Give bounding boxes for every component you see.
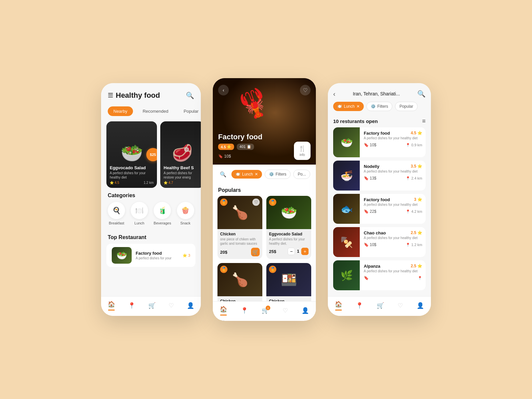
p3-nav-profile[interactable]: 👤: [417, 302, 424, 309]
restaurant-2-body: Factory food 3⭐ A perfect dishes for you…: [364, 194, 426, 224]
medal-icon-3: 🏅: [269, 266, 276, 273]
restaurant-count: 10 resturants open: [333, 118, 378, 124]
nav-home[interactable]: 🏠: [108, 301, 115, 311]
restaurant-2-image: 🐟: [333, 194, 360, 224]
snack-icon: 🍿: [177, 202, 194, 219]
p3-nav-home[interactable]: 🏠: [335, 301, 342, 311]
food-card-0[interactable]: 🥗 Eggvocado Salad A perfect dishes for y…: [106, 121, 157, 188]
p2-nav-home[interactable]: 🏠: [220, 306, 227, 316]
phone3-bottom-nav: 🏠 📍 🛒 ♡ 👤: [328, 296, 431, 316]
phone-1: ☰ Healthy food 🔍 Nearby Recomended Popul…: [101, 83, 201, 316]
restaurant-4-image: 🌿: [333, 260, 360, 290]
p3-close-icon: ✕: [356, 104, 360, 109]
restaurant-2-rating: 3⭐: [414, 197, 422, 202]
restaurant-item-1[interactable]: 🍜 Nodelly 3.5⭐ A perfect dishes for your…: [333, 161, 426, 191]
p3-filter-options[interactable]: ⚙️ Filters: [366, 102, 393, 111]
p2-nav-favorites[interactable]: ♡: [283, 307, 288, 314]
category-lunch[interactable]: 🍽️ Lunch: [131, 202, 148, 225]
phone1-header: ☰ Healthy food 🔍: [101, 83, 201, 104]
restaurant-item-4[interactable]: 🌿 Alpanza 2.5⭐ A perfect dishes for your…: [333, 260, 426, 290]
breakfast-icon: 🍳: [108, 202, 125, 219]
tab-recommended[interactable]: Recomended: [137, 106, 174, 116]
heart-icon[interactable]: ♡: [252, 199, 260, 206]
beverages-icon: 🧃: [154, 202, 171, 219]
restaurant-info: Factory food A perfect dishes for your: [136, 251, 179, 260]
restaurant-item-2[interactable]: 🐟 Factory food 3⭐ A perfect dishes for y…: [333, 194, 426, 224]
restaurant-4-name: Alpanza: [364, 264, 380, 269]
breakfast-label: Breakfast: [109, 221, 124, 225]
restaurant-4-desc: A perfect dishes for your healthy diet: [364, 269, 422, 273]
filter-popular[interactable]: Po...: [293, 170, 310, 179]
increase-button[interactable]: +: [301, 248, 309, 255]
review-count-badge: 401 📋: [237, 144, 254, 150]
p3-nav-location[interactable]: 📍: [356, 302, 363, 309]
info-card[interactable]: 🍴 info: [294, 142, 311, 160]
p2-nav-cart[interactable]: 🛒 1: [262, 307, 269, 314]
restaurant-1-rating: 3.5⭐: [411, 164, 422, 169]
restaurant-4-distance: 📍: [418, 276, 422, 280]
p3-nav-cart[interactable]: 🛒: [377, 302, 384, 309]
popular-item-0-name: Chicken: [220, 232, 260, 236]
restaurant-hero: ‹ ♡ Factory food 4.5 ⭐ 401 📋 🔖 10$ 🍴 inf…: [213, 78, 316, 165]
tab-nearby[interactable]: Nearby: [108, 106, 133, 116]
p3-filter-popular[interactable]: Popular: [395, 102, 417, 111]
p3-filter-icon: ⚙️: [371, 104, 376, 109]
popular-item-0[interactable]: 🏅 ♡ Chicken one piece of chiken with gar…: [217, 196, 262, 259]
p2-nav-location[interactable]: 📍: [241, 307, 248, 314]
restaurant-item-0[interactable]: 🥗 Factory food 4.5⭐ A perfect dishes for…: [333, 127, 426, 157]
restaurant-2-price: 🔖 22$: [364, 209, 376, 214]
restaurant-0-rating: 4.5⭐: [411, 131, 422, 135]
filter-options[interactable]: ⚙️ Filters: [265, 170, 291, 179]
restaurant-3-desc: A perfect dishes for your healthy diet: [364, 236, 422, 240]
phone-3: ‹ Iran, Tehran, Shariati... 🔍 🍽️ Lunch ✕…: [328, 83, 431, 316]
popular-item-1[interactable]: 🥗 🏅 Eggvocado Salad A perfect dishes for…: [266, 196, 311, 259]
popular-item-1-image: 🥗 🏅: [266, 196, 311, 229]
p3-filter-lunch[interactable]: 🍽️ Lunch ✕: [333, 102, 364, 111]
top-restaurant-card[interactable]: 🥗 Factory food A perfect dishes for your…: [106, 244, 196, 267]
category-breakfast[interactable]: 🍳 Breakfast: [108, 202, 125, 225]
popular-item-0-image: 🏅 ♡: [217, 196, 262, 229]
back-button[interactable]: ‹: [333, 90, 335, 98]
restaurant-1-image: 🍜: [333, 161, 360, 191]
restaurant-1-name: Nodelly: [364, 164, 379, 169]
back-button[interactable]: ‹: [218, 85, 229, 95]
nav-location[interactable]: 📍: [128, 302, 135, 309]
restaurant-3-distance: 📍 1.2 km: [406, 243, 422, 247]
popular-item-0-desc: one piece of chiken with garlic and toma…: [220, 237, 260, 246]
tab-popular[interactable]: Popular: [178, 106, 201, 116]
close-lunch-icon: ✕: [255, 172, 258, 177]
p2-nav-profile[interactable]: 👤: [302, 307, 309, 314]
list-view-icon[interactable]: ≡: [422, 118, 426, 125]
screens-container: ☰ Healthy food 🔍 Nearby Recomended Popul…: [88, 65, 444, 334]
filter-lunch[interactable]: 🍽️ Lunch ✕: [231, 170, 262, 179]
restaurant-4-price: 🔖: [364, 276, 369, 280]
favorite-button[interactable]: ♡: [300, 85, 311, 95]
medal-icon-1: 🏅: [269, 199, 276, 206]
restaurant-4-rating: 2.5⭐: [411, 264, 422, 268]
restaurant-2-name: Factory food: [364, 197, 390, 202]
nav-profile[interactable]: 👤: [187, 302, 194, 309]
restaurant-desc: A perfect dishes for your: [136, 256, 179, 260]
food-card-1[interactable]: 🥩 Healthy Beef S A perfect dishes for re…: [160, 121, 201, 188]
nav-favorites[interactable]: ♡: [169, 302, 174, 309]
restaurant-1-price: 🔖 13$: [364, 176, 376, 181]
decrease-button[interactable]: −: [288, 248, 295, 255]
rating-badge: 4.5 ⭐: [218, 144, 234, 150]
add-to-cart-button-0[interactable]: 🛒: [251, 248, 260, 256]
filter-bar: 🔍 🍽️ Lunch ✕ ⚙️ Filters Po...: [213, 165, 316, 184]
p3-nav-favorites[interactable]: ♡: [398, 302, 403, 309]
search-icon[interactable]: 🔍: [417, 90, 426, 98]
count-row: 10 resturants open ≡: [328, 115, 431, 127]
restaurant-item-3[interactable]: 🍢 Chao chao 2.5⭐ A perfect dishes for yo…: [333, 227, 426, 257]
search-button[interactable]: 🔍: [217, 169, 229, 180]
restaurant-rating: ⭐ 3: [183, 253, 190, 258]
search-icon[interactable]: 🔍: [186, 91, 194, 99]
p3-lunch-icon: 🍽️: [337, 104, 342, 109]
restaurant-3-rating: 2.5⭐: [411, 230, 422, 235]
category-snack[interactable]: 🍿 Snack: [177, 202, 194, 225]
categories-row: 🍳 Breakfast 🍽️ Lunch 🧃 Beverages 🍿 Snack: [101, 202, 201, 230]
nav-cart[interactable]: 🛒: [148, 302, 156, 309]
restaurant-0-image: 🥗: [333, 127, 360, 157]
menu-icon[interactable]: ☰: [108, 92, 113, 99]
category-beverages[interactable]: 🧃 Beverages: [154, 202, 171, 225]
